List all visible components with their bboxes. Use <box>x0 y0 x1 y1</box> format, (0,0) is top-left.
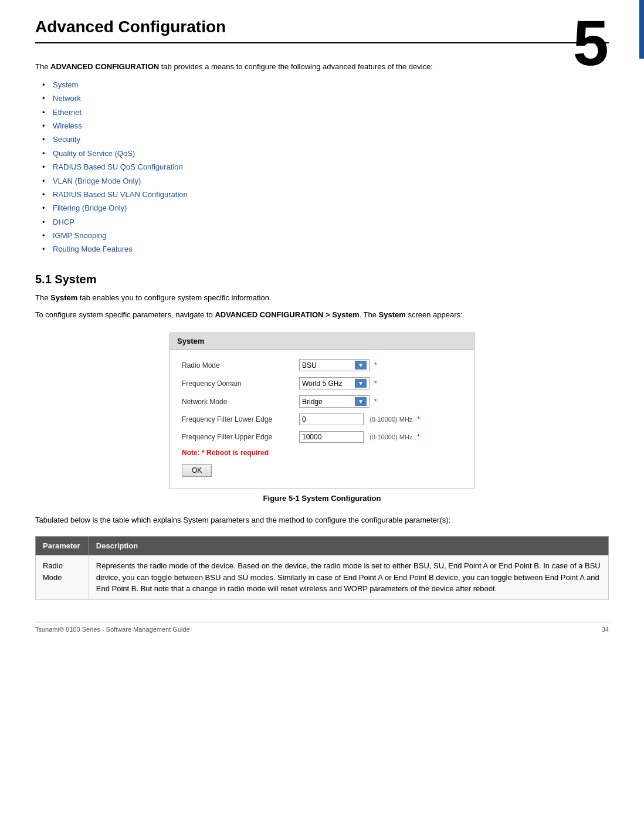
screenshot-note: Note: * Reboot is required <box>182 449 462 457</box>
screenshot-label-freq-lower: Frequency Filter Lower Edge <box>182 415 299 423</box>
page-footer: Tsunami® 8100 Series - Software Manageme… <box>35 622 609 633</box>
list-link[interactable]: Wireless <box>53 121 82 130</box>
screenshot-control-radio-mode: BSU ▼ * <box>299 359 377 371</box>
list-link[interactable]: Quality of Service (QoS) <box>53 149 135 158</box>
screenshot-body: Radio Mode BSU ▼ * Frequency Domain <box>170 350 474 489</box>
para2-prefix: To configure system specific parameters,… <box>35 310 215 319</box>
select-value-freq-domain: World 5 GHz <box>302 379 342 388</box>
para1-bold: System <box>50 293 77 302</box>
list-link[interactable]: RADIUS Based SU QoS Configuration <box>53 162 183 171</box>
screenshot-range-freq-lower: (0-10000) MHz <box>370 416 412 423</box>
ok-button[interactable]: OK <box>182 464 212 477</box>
system-screenshot: System Radio Mode BSU ▼ * Frequency Do <box>170 333 474 489</box>
table-header-parameter: Parameter <box>36 537 89 555</box>
screenshot-label-radio-mode: Radio Mode <box>182 361 299 370</box>
para1-prefix: The <box>35 293 50 302</box>
screenshot-row-network-mode: Network Mode Bridge ▼ * <box>182 395 462 408</box>
footer-right: 34 <box>602 626 609 633</box>
list-link[interactable]: Routing Mode Features <box>53 245 133 253</box>
screenshot-input-freq-lower[interactable]: 0 <box>299 414 364 425</box>
screenshot-control-freq-domain: World 5 GHz ▼ * <box>299 377 377 389</box>
para2-bold2: System <box>379 310 406 319</box>
screenshot-label-freq-domain: Frequency Domain <box>182 379 299 388</box>
select-arrow-network-mode[interactable]: ▼ <box>355 397 367 406</box>
intro-suffix: tab provides a means to configure the fo… <box>159 62 433 71</box>
screenshot-row-freq-domain: Frequency Domain World 5 GHz ▼ * <box>182 377 462 389</box>
list-item[interactable]: Network <box>53 91 609 105</box>
required-star-2: * <box>374 398 377 406</box>
list-item[interactable]: RADIUS Based SU QoS Configuration <box>53 160 609 174</box>
screenshot-input-freq-upper[interactable]: 10000 <box>299 431 364 443</box>
screenshot-select-radio-mode[interactable]: BSU ▼ <box>299 359 370 371</box>
para2-bold: ADVANCED CONFIGURATION > System <box>215 310 359 319</box>
table-cell-description: Represents the radio mode of the device.… <box>89 555 608 600</box>
para2-suffix: . The <box>360 310 379 319</box>
required-star-1: * <box>374 379 377 388</box>
select-value-radio-mode: BSU <box>302 361 317 370</box>
table-row: Radio Mode Represents the radio mode of … <box>36 555 609 600</box>
screenshot-titlebar: System <box>170 333 474 350</box>
screenshot-control-freq-lower: 0 (0-10000) MHz * <box>299 414 420 425</box>
select-arrow-freq-domain[interactable]: ▼ <box>355 379 367 388</box>
list-item[interactable]: RADIUS Based SU VLAN Configuration <box>53 188 609 201</box>
screenshot-range-freq-upper: (0-10000) MHz <box>370 433 412 440</box>
list-item[interactable]: System <box>53 78 609 91</box>
section-51-para1: The System tab enables you to configure … <box>35 292 609 304</box>
list-item[interactable]: Security <box>53 133 609 146</box>
required-star-4: * <box>417 433 420 441</box>
screenshot-control-freq-upper: 10000 (0-10000) MHz * <box>299 431 420 443</box>
list-link[interactable]: Network <box>53 94 81 103</box>
list-link[interactable]: DHCP <box>53 218 74 226</box>
list-item[interactable]: IGMP Snooping <box>53 229 609 242</box>
list-item[interactable]: Wireless <box>53 119 609 133</box>
list-link[interactable]: RADIUS Based SU VLAN Configuration <box>53 190 188 199</box>
feature-list: System Network Ethernet Wireless Securit… <box>53 78 609 256</box>
chapter-number: 5 <box>573 11 609 75</box>
para2-suffix2: screen appears: <box>406 310 463 319</box>
list-item[interactable]: Quality of Service (QoS) <box>53 147 609 160</box>
list-link[interactable]: Filtering (Bridge Only) <box>53 204 127 212</box>
table-header-description: Description <box>89 537 608 555</box>
select-arrow-radio-mode[interactable]: ▼ <box>355 361 367 370</box>
screenshot-row-radio-mode: Radio Mode BSU ▼ * <box>182 359 462 371</box>
list-item[interactable]: Filtering (Bridge Only) <box>53 201 609 215</box>
list-link[interactable]: IGMP Snooping <box>53 231 107 240</box>
parameter-table: Parameter Description Radio Mode Represe… <box>35 536 609 600</box>
list-link[interactable]: System <box>53 80 78 89</box>
page-container: 5 Advanced Configuration The ADVANCED CO… <box>0 0 644 645</box>
list-link[interactable]: VLAN (Bridge Mode Only) <box>53 177 141 185</box>
screenshot-row-freq-lower: Frequency Filter Lower Edge 0 (0-10000) … <box>182 414 462 425</box>
screenshot-select-freq-domain[interactable]: World 5 GHz ▼ <box>299 377 370 389</box>
list-link[interactable]: Security <box>53 135 80 144</box>
required-star-3: * <box>417 415 420 423</box>
screenshot-label-freq-upper: Frequency Filter Upper Edge <box>182 433 299 441</box>
footer-left: Tsunami® 8100 Series - Software Manageme… <box>35 626 190 633</box>
list-item[interactable]: VLAN (Bridge Mode Only) <box>53 174 609 188</box>
table-header-row: Parameter Description <box>36 537 609 555</box>
table-cell-parameter: Radio Mode <box>36 555 89 600</box>
required-star-0: * <box>374 361 377 370</box>
list-link[interactable]: Ethernet <box>53 108 82 117</box>
figure-container: System Radio Mode BSU ▼ * Frequency Do <box>35 333 609 503</box>
screenshot-control-network-mode: Bridge ▼ * <box>299 395 377 408</box>
section-51-para2: To configure system specific parameters,… <box>35 309 609 321</box>
select-value-network-mode: Bridge <box>302 398 323 406</box>
screenshot-select-network-mode[interactable]: Bridge ▼ <box>299 395 370 408</box>
intro-bold: ADVANCED CONFIGURATION <box>50 62 159 71</box>
intro-paragraph: The ADVANCED CONFIGURATION tab provides … <box>35 61 609 73</box>
screenshot-row-freq-upper: Frequency Filter Upper Edge 10000 (0-100… <box>182 431 462 443</box>
screenshot-label-network-mode: Network Mode <box>182 398 299 406</box>
section-51-heading: 5.1 System <box>35 273 609 286</box>
list-item[interactable]: Ethernet <box>53 106 609 119</box>
right-accent-bar <box>639 0 644 59</box>
list-item[interactable]: DHCP <box>53 215 609 229</box>
table-intro: Tabulated below is the table which expla… <box>35 514 609 527</box>
figure-caption: Figure 5-1 System Configuration <box>263 494 381 503</box>
para1-suffix: tab enables you to configure system spec… <box>77 293 271 302</box>
list-item[interactable]: Routing Mode Features <box>53 242 609 256</box>
intro-prefix: The <box>35 62 50 71</box>
chapter-title: Advanced Configuration <box>35 18 609 43</box>
